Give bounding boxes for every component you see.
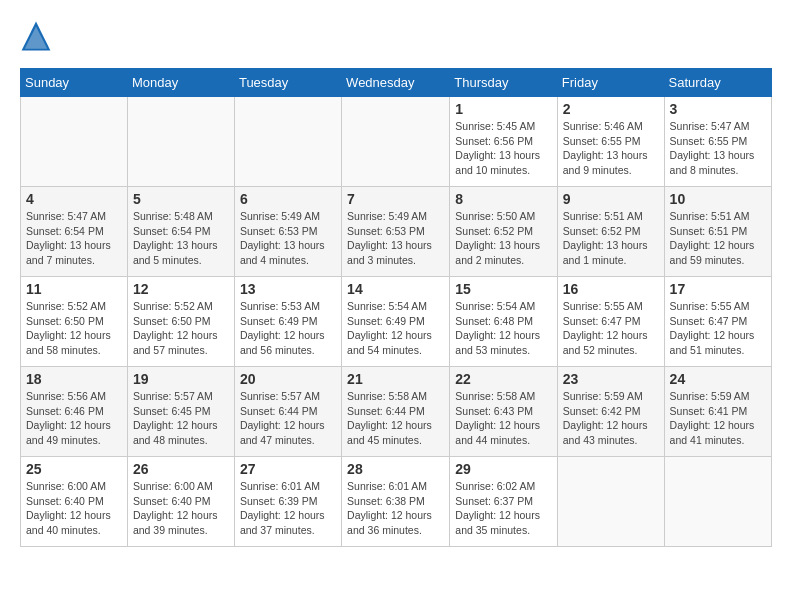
day-info: Sunrise: 5:48 AM Sunset: 6:54 PM Dayligh… — [133, 209, 229, 268]
calendar-cell: 28Sunrise: 6:01 AM Sunset: 6:38 PM Dayli… — [342, 457, 450, 547]
calendar-cell: 13Sunrise: 5:53 AM Sunset: 6:49 PM Dayli… — [234, 277, 341, 367]
calendar-header-saturday: Saturday — [664, 69, 771, 97]
day-info: Sunrise: 5:57 AM Sunset: 6:44 PM Dayligh… — [240, 389, 336, 448]
calendar-header-row: SundayMondayTuesdayWednesdayThursdayFrid… — [21, 69, 772, 97]
calendar-header-friday: Friday — [557, 69, 664, 97]
day-info: Sunrise: 5:51 AM Sunset: 6:52 PM Dayligh… — [563, 209, 659, 268]
day-info: Sunrise: 5:52 AM Sunset: 6:50 PM Dayligh… — [133, 299, 229, 358]
calendar-cell — [127, 97, 234, 187]
day-number: 20 — [240, 371, 336, 387]
day-number: 1 — [455, 101, 551, 117]
day-info: Sunrise: 6:01 AM Sunset: 6:38 PM Dayligh… — [347, 479, 444, 538]
day-number: 5 — [133, 191, 229, 207]
logo-icon — [20, 20, 52, 52]
calendar-header-wednesday: Wednesday — [342, 69, 450, 97]
day-number: 3 — [670, 101, 766, 117]
calendar-cell: 5Sunrise: 5:48 AM Sunset: 6:54 PM Daylig… — [127, 187, 234, 277]
day-number: 14 — [347, 281, 444, 297]
calendar-cell — [21, 97, 128, 187]
day-info: Sunrise: 6:00 AM Sunset: 6:40 PM Dayligh… — [133, 479, 229, 538]
calendar-cell: 21Sunrise: 5:58 AM Sunset: 6:44 PM Dayli… — [342, 367, 450, 457]
calendar-header-tuesday: Tuesday — [234, 69, 341, 97]
calendar-cell: 26Sunrise: 6:00 AM Sunset: 6:40 PM Dayli… — [127, 457, 234, 547]
day-info: Sunrise: 5:52 AM Sunset: 6:50 PM Dayligh… — [26, 299, 122, 358]
day-number: 12 — [133, 281, 229, 297]
day-number: 2 — [563, 101, 659, 117]
day-number: 17 — [670, 281, 766, 297]
calendar-header-thursday: Thursday — [450, 69, 557, 97]
day-number: 16 — [563, 281, 659, 297]
calendar-week-row: 11Sunrise: 5:52 AM Sunset: 6:50 PM Dayli… — [21, 277, 772, 367]
calendar-header-sunday: Sunday — [21, 69, 128, 97]
calendar-cell: 10Sunrise: 5:51 AM Sunset: 6:51 PM Dayli… — [664, 187, 771, 277]
day-number: 25 — [26, 461, 122, 477]
calendar-cell — [234, 97, 341, 187]
day-info: Sunrise: 5:55 AM Sunset: 6:47 PM Dayligh… — [670, 299, 766, 358]
calendar-cell: 4Sunrise: 5:47 AM Sunset: 6:54 PM Daylig… — [21, 187, 128, 277]
day-info: Sunrise: 5:51 AM Sunset: 6:51 PM Dayligh… — [670, 209, 766, 268]
calendar-cell: 6Sunrise: 5:49 AM Sunset: 6:53 PM Daylig… — [234, 187, 341, 277]
day-info: Sunrise: 5:54 AM Sunset: 6:48 PM Dayligh… — [455, 299, 551, 358]
calendar-week-row: 1Sunrise: 5:45 AM Sunset: 6:56 PM Daylig… — [21, 97, 772, 187]
calendar-table: SundayMondayTuesdayWednesdayThursdayFrid… — [20, 68, 772, 547]
day-info: Sunrise: 6:02 AM Sunset: 6:37 PM Dayligh… — [455, 479, 551, 538]
day-info: Sunrise: 5:59 AM Sunset: 6:41 PM Dayligh… — [670, 389, 766, 448]
day-number: 23 — [563, 371, 659, 387]
day-info: Sunrise: 5:46 AM Sunset: 6:55 PM Dayligh… — [563, 119, 659, 178]
calendar-cell: 16Sunrise: 5:55 AM Sunset: 6:47 PM Dayli… — [557, 277, 664, 367]
calendar-header-monday: Monday — [127, 69, 234, 97]
day-number: 8 — [455, 191, 551, 207]
calendar-cell — [557, 457, 664, 547]
day-number: 7 — [347, 191, 444, 207]
calendar-cell — [664, 457, 771, 547]
day-number: 4 — [26, 191, 122, 207]
calendar-cell: 25Sunrise: 6:00 AM Sunset: 6:40 PM Dayli… — [21, 457, 128, 547]
day-info: Sunrise: 5:49 AM Sunset: 6:53 PM Dayligh… — [347, 209, 444, 268]
day-info: Sunrise: 5:56 AM Sunset: 6:46 PM Dayligh… — [26, 389, 122, 448]
day-info: Sunrise: 5:45 AM Sunset: 6:56 PM Dayligh… — [455, 119, 551, 178]
calendar-cell: 14Sunrise: 5:54 AM Sunset: 6:49 PM Dayli… — [342, 277, 450, 367]
calendar-cell: 9Sunrise: 5:51 AM Sunset: 6:52 PM Daylig… — [557, 187, 664, 277]
calendar-cell: 22Sunrise: 5:58 AM Sunset: 6:43 PM Dayli… — [450, 367, 557, 457]
calendar-week-row: 4Sunrise: 5:47 AM Sunset: 6:54 PM Daylig… — [21, 187, 772, 277]
calendar-cell: 29Sunrise: 6:02 AM Sunset: 6:37 PM Dayli… — [450, 457, 557, 547]
day-number: 26 — [133, 461, 229, 477]
day-info: Sunrise: 5:57 AM Sunset: 6:45 PM Dayligh… — [133, 389, 229, 448]
day-number: 28 — [347, 461, 444, 477]
calendar-cell: 12Sunrise: 5:52 AM Sunset: 6:50 PM Dayli… — [127, 277, 234, 367]
calendar-cell: 15Sunrise: 5:54 AM Sunset: 6:48 PM Dayli… — [450, 277, 557, 367]
calendar-week-row: 18Sunrise: 5:56 AM Sunset: 6:46 PM Dayli… — [21, 367, 772, 457]
day-number: 19 — [133, 371, 229, 387]
logo — [20, 20, 56, 52]
calendar-cell: 3Sunrise: 5:47 AM Sunset: 6:55 PM Daylig… — [664, 97, 771, 187]
calendar-cell: 2Sunrise: 5:46 AM Sunset: 6:55 PM Daylig… — [557, 97, 664, 187]
day-info: Sunrise: 5:50 AM Sunset: 6:52 PM Dayligh… — [455, 209, 551, 268]
day-number: 9 — [563, 191, 659, 207]
calendar-cell: 8Sunrise: 5:50 AM Sunset: 6:52 PM Daylig… — [450, 187, 557, 277]
calendar-cell — [342, 97, 450, 187]
calendar-cell: 11Sunrise: 5:52 AM Sunset: 6:50 PM Dayli… — [21, 277, 128, 367]
calendar-week-row: 25Sunrise: 6:00 AM Sunset: 6:40 PM Dayli… — [21, 457, 772, 547]
day-number: 15 — [455, 281, 551, 297]
day-number: 21 — [347, 371, 444, 387]
calendar-cell: 24Sunrise: 5:59 AM Sunset: 6:41 PM Dayli… — [664, 367, 771, 457]
calendar-cell: 27Sunrise: 6:01 AM Sunset: 6:39 PM Dayli… — [234, 457, 341, 547]
day-number: 18 — [26, 371, 122, 387]
calendar-cell: 23Sunrise: 5:59 AM Sunset: 6:42 PM Dayli… — [557, 367, 664, 457]
day-number: 22 — [455, 371, 551, 387]
calendar-cell: 18Sunrise: 5:56 AM Sunset: 6:46 PM Dayli… — [21, 367, 128, 457]
day-info: Sunrise: 5:58 AM Sunset: 6:44 PM Dayligh… — [347, 389, 444, 448]
day-info: Sunrise: 5:55 AM Sunset: 6:47 PM Dayligh… — [563, 299, 659, 358]
day-info: Sunrise: 5:54 AM Sunset: 6:49 PM Dayligh… — [347, 299, 444, 358]
day-info: Sunrise: 5:47 AM Sunset: 6:54 PM Dayligh… — [26, 209, 122, 268]
day-info: Sunrise: 5:53 AM Sunset: 6:49 PM Dayligh… — [240, 299, 336, 358]
day-number: 6 — [240, 191, 336, 207]
day-info: Sunrise: 5:59 AM Sunset: 6:42 PM Dayligh… — [563, 389, 659, 448]
page-header — [20, 20, 772, 52]
day-info: Sunrise: 5:49 AM Sunset: 6:53 PM Dayligh… — [240, 209, 336, 268]
day-number: 24 — [670, 371, 766, 387]
calendar-cell: 19Sunrise: 5:57 AM Sunset: 6:45 PM Dayli… — [127, 367, 234, 457]
day-info: Sunrise: 6:00 AM Sunset: 6:40 PM Dayligh… — [26, 479, 122, 538]
day-number: 11 — [26, 281, 122, 297]
day-number: 10 — [670, 191, 766, 207]
